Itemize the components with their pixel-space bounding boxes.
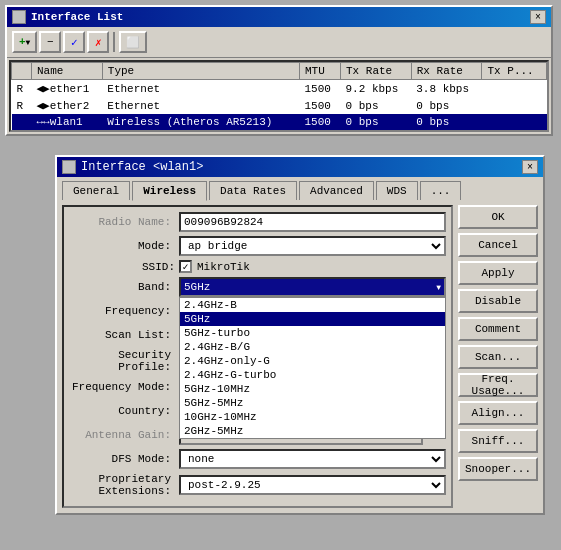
ssid-checkbox[interactable]: ✓ [179, 260, 192, 273]
band-dropdown-list: 2.4GHz-B 5GHz 5GHz-turbo 2.4GHz-B/G 2.4G… [179, 297, 446, 439]
antenna-gain-label: Antenna Gain: [69, 429, 179, 441]
band-option-2.4ghz-b[interactable]: 2.4GHz-B [180, 298, 445, 312]
proprietary-row: Proprietary Extensions: post-2.9.25 [69, 473, 446, 497]
row-rx-rate: 0 bps [411, 114, 482, 130]
scan-button[interactable]: Scan... [458, 345, 538, 369]
tab-general[interactable]: General [62, 181, 130, 200]
flag-r: R [17, 83, 24, 95]
interface-table: Name Type MTU Tx Rate Rx Rate Tx P... R … [11, 62, 547, 130]
main-close-button[interactable]: × [530, 10, 546, 24]
title-bar-left: Interface List [12, 10, 123, 24]
band-option-2.4ghz-g-turbo[interactable]: 2.4GHz-G-turbo [180, 368, 445, 382]
cross-icon: ✗ [95, 36, 102, 49]
band-row: Band: 5GHz ▼ 2.4GHz-B 5GHz 5GHz-turbo 2.… [69, 277, 446, 297]
main-toolbar: + ▼ − ✓ ✗ ⬜ [7, 27, 551, 58]
check-icon: ✓ [71, 36, 78, 49]
table-row[interactable]: R ◀▶ether1 Ethernet 1500 9.2 kbps 3.8 kb… [12, 80, 547, 98]
dialog-body: Radio Name: Mode: ap bridge SSID: ✓ Mikr… [57, 200, 543, 513]
band-option-2ghz-5mhz[interactable]: 2GHz-5MHz [180, 424, 445, 438]
main-window-icon [12, 10, 26, 24]
interface-dialog: Interface <wlan1> × General Wireless Dat… [55, 155, 545, 515]
form-panel: Radio Name: Mode: ap bridge SSID: ✓ Mikr… [62, 205, 453, 508]
cancel-button[interactable]: Cancel [458, 233, 538, 257]
check-button[interactable]: ✓ [63, 31, 85, 53]
snooper-button[interactable]: Snooper... [458, 457, 538, 481]
security-profile-label: Security Profile: [69, 349, 179, 373]
col-mtu: MTU [299, 63, 340, 80]
band-selected-value: 5GHz [184, 281, 210, 293]
country-label: Country: [69, 405, 179, 417]
add-icon: + [19, 36, 26, 48]
ssid-row: SSID: ✓ MikroTik [69, 260, 446, 273]
sniff-button[interactable]: Sniff... [458, 429, 538, 453]
band-option-5ghz-5mhz[interactable]: 5GHz-5MHz [180, 396, 445, 410]
row-tx-p [482, 97, 547, 114]
row-mtu: 1500 [299, 114, 340, 130]
ok-button[interactable]: OK [458, 205, 538, 229]
dfs-mode-label: DFS Mode: [69, 453, 179, 465]
row-rx-rate: 3.8 kbps [411, 80, 482, 98]
row-tx-rate: 9.2 kbps [340, 80, 411, 98]
col-rx-rate: Rx Rate [411, 63, 482, 80]
copy-button[interactable]: ⬜ [119, 31, 147, 53]
dialog-title-left: Interface <wlan1> [62, 160, 203, 174]
copy-icon: ⬜ [126, 36, 140, 49]
row-flag: R [12, 97, 32, 114]
table-header-row: Name Type MTU Tx Rate Rx Rate Tx P... [12, 63, 547, 80]
ssid-checkmark: ✓ [182, 261, 188, 273]
main-title-bar: Interface List × [7, 7, 551, 27]
main-window: Interface List × + ▼ − ✓ ✗ ⬜ Name [5, 5, 553, 136]
tab-data-rates[interactable]: Data Rates [209, 181, 297, 200]
tab-more[interactable]: ... [420, 181, 462, 200]
mode-select[interactable]: ap bridge [179, 236, 446, 256]
row-tx-p [482, 114, 547, 130]
interface-table-container: Name Type MTU Tx Rate Rx Rate Tx P... R … [9, 60, 549, 132]
band-dropdown-selected[interactable]: 5GHz ▼ [179, 277, 446, 297]
table-row[interactable]: ↔↔wlan1 Wireless (Atheros AR5213) 1500 0… [12, 114, 547, 130]
tab-wireless[interactable]: Wireless [132, 181, 207, 201]
band-option-5ghz[interactable]: 5GHz [180, 312, 445, 326]
freq-usage-button[interactable]: Freq. Usage... [458, 373, 538, 397]
add-dropdown-arrow: ▼ [26, 38, 31, 47]
col-flags [12, 63, 32, 80]
dfs-mode-select[interactable]: none [179, 449, 446, 469]
row-type: Ethernet [102, 97, 299, 114]
band-option-5ghz-10mhz[interactable]: 5GHz-10MHz [180, 382, 445, 396]
toolbar-separator [113, 32, 115, 52]
col-type: Type [102, 63, 299, 80]
buttons-panel: OK Cancel Apply Disable Comment Scan... … [458, 205, 538, 508]
frequency-mode-label: Frequency Mode: [69, 381, 179, 393]
remove-button[interactable]: − [39, 31, 61, 53]
proprietary-label: Proprietary Extensions: [69, 473, 179, 497]
frequency-label: Frequency: [69, 305, 179, 317]
ssid-value: MikroTik [197, 261, 250, 273]
radio-name-label: Radio Name: [69, 216, 179, 228]
ssid-label: SSID: [69, 261, 179, 273]
row-type: Wireless (Atheros AR5213) [102, 114, 299, 130]
dialog-close-button[interactable]: × [522, 160, 538, 174]
disable-button[interactable]: Disable [458, 289, 538, 313]
add-button[interactable]: + ▼ [12, 31, 37, 53]
comment-button[interactable]: Comment [458, 317, 538, 341]
proprietary-select[interactable]: post-2.9.25 [179, 475, 446, 495]
scan-list-label: Scan List: [69, 329, 179, 341]
band-option-5ghz-turbo[interactable]: 5GHz-turbo [180, 326, 445, 340]
band-option-2.4ghz-only-g[interactable]: 2.4GHz-only-G [180, 354, 445, 368]
cross-button[interactable]: ✗ [87, 31, 109, 53]
band-option-2.4ghz-b-g[interactable]: 2.4GHz-B/G [180, 340, 445, 354]
row-flag: R [12, 80, 32, 98]
radio-name-input[interactable] [179, 212, 446, 232]
mode-row: Mode: ap bridge [69, 236, 446, 256]
table-row[interactable]: R ◀▶ether2 Ethernet 1500 0 bps 0 bps [12, 97, 547, 114]
apply-button[interactable]: Apply [458, 261, 538, 285]
col-tx-p: Tx P... [482, 63, 547, 80]
align-button[interactable]: Align... [458, 401, 538, 425]
minus-icon: − [47, 36, 54, 48]
tab-wds[interactable]: WDS [376, 181, 418, 200]
band-option-10ghz-10mhz[interactable]: 10GHz-10MHz [180, 410, 445, 424]
row-rx-rate: 0 bps [411, 97, 482, 114]
main-window-title: Interface List [31, 11, 123, 23]
mode-label: Mode: [69, 240, 179, 252]
dialog-tabs: General Wireless Data Rates Advanced WDS… [57, 177, 543, 200]
tab-advanced[interactable]: Advanced [299, 181, 374, 200]
